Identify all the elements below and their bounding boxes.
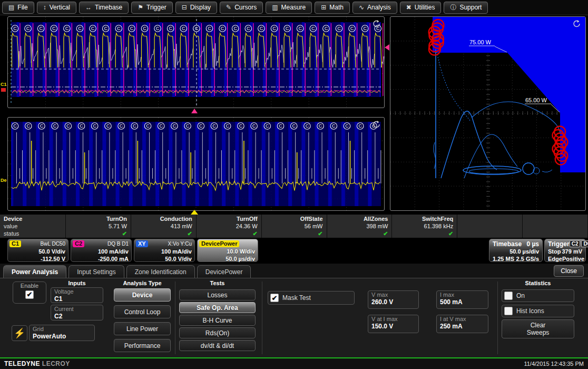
inputs-header: Inputs: [60, 280, 94, 286]
svg-text:C: C: [306, 123, 309, 129]
tab-power-analysis[interactable]: Power Analysis: [3, 265, 66, 278]
menu-measure[interactable]: ▥Measure: [266, 2, 312, 14]
hist-icons-label: Hist Icons: [516, 307, 544, 315]
svg-text:C: C: [13, 26, 17, 31]
b-h-curve-button[interactable]: B-H Curve: [179, 315, 256, 326]
clear-sweeps-button[interactable]: Clear Sweeps: [502, 319, 574, 338]
svg-text:C: C: [358, 123, 362, 129]
c2-descriptor[interactable]: C2 DQ B D1 100 mA/div -250.00 mA: [71, 239, 132, 262]
cursor-marker[interactable]: [191, 109, 198, 113]
statistics-header: Statistics: [502, 280, 574, 286]
xy-descriptor[interactable]: XY X:Vo Y:Cu 100 mA/div 50.0 V/div: [134, 239, 195, 262]
measure-col-conduction[interactable]: Conduction413 mW✔: [131, 215, 197, 238]
c2-scale: 100 mA/div: [73, 248, 129, 255]
tab-devicepower[interactable]: DevicePower: [197, 265, 251, 278]
device-button[interactable]: Device: [114, 288, 171, 302]
i-at-v-max-field[interactable]: I at V max250 mA: [436, 315, 488, 333]
measure-col-offstate[interactable]: OffState56 mW✔: [262, 215, 327, 238]
waveform-panel-bottom[interactable]: C C C C C C C C C C C C C C C C C C C C: [7, 117, 385, 211]
waveform-panel-top[interactable]: C C C C C C C C C C C C C C C C C C C C: [7, 16, 385, 108]
line-power-button[interactable]: Line Power: [114, 322, 171, 335]
enable-checkbox[interactable]: ✔: [25, 290, 34, 299]
trigger-source-badge: C2: [570, 240, 581, 247]
tab-zone-identification[interactable]: Zone Identification: [126, 265, 195, 278]
c1-info: BwL DC50: [41, 241, 65, 247]
c1-descriptor[interactable]: C1 BwL DC50 50.0 V/div -112.50 V: [7, 239, 68, 262]
menu-analysis[interactable]: ∿Analysis: [352, 2, 397, 14]
enable-control[interactable]: Enable ✔: [13, 281, 46, 304]
menu-utilities[interactable]: ✖Utilities: [400, 2, 442, 14]
measure-col-turnon[interactable]: TurnOn5.71 W✔: [66, 215, 131, 238]
xy-scale-x: 100 mA/div: [136, 248, 192, 255]
hist-icons-control[interactable]: ✔ Hist Icons: [502, 305, 574, 317]
tab-input-settings[interactable]: Input Settings: [68, 265, 124, 278]
mask-test-control[interactable]: ✔ Mask Test: [268, 291, 355, 305]
losses-button[interactable]: Losses: [179, 289, 256, 300]
svg-text:C: C: [260, 26, 263, 31]
measure-col-turnoff[interactable]: TurnOff24.36 W✔: [197, 215, 262, 238]
mask-test-checkbox[interactable]: ✔: [270, 294, 279, 302]
mask-label-lower: 65.00 W: [525, 97, 547, 103]
svg-text:C: C: [169, 26, 172, 31]
menu-trigger[interactable]: ⚑Trigger: [131, 2, 172, 14]
menu-math[interactable]: ⊞Math: [315, 2, 350, 14]
safe-op-area-button[interactable]: Safe Op. Area: [179, 302, 256, 313]
svg-text:C: C: [212, 123, 216, 129]
timebase-box[interactable]: Timebase 0 µs 50.0 µs/div 1.25 MS 2.5 GS…: [489, 239, 543, 262]
svg-text:C: C: [345, 123, 349, 129]
grid-field[interactable]: Grid PowerAuto: [29, 325, 95, 341]
v-max-field[interactable]: V max260.0 V: [368, 290, 419, 309]
c1-offset: -112.50 V: [9, 255, 65, 263]
menu-support[interactable]: ⓘSupport: [444, 2, 488, 14]
divider: [497, 281, 498, 354]
c2-ground-marker: [1, 88, 6, 92]
trigger-box[interactable]: Trigger C2 DC Stop 379 mV Edge Positive: [544, 239, 586, 262]
svg-text:C: C: [266, 123, 269, 129]
brand-logo: TELEDYNE LECROY: [4, 360, 70, 367]
c1-badge: C1: [9, 240, 21, 247]
dv-dt-di-dt-button[interactable]: dv/dt & di/dt: [179, 340, 256, 351]
measure-icon: ▥: [272, 4, 278, 11]
current-source-field[interactable]: Current C2: [51, 305, 103, 321]
performance-button[interactable]: Performance: [114, 339, 171, 352]
menu-vertical[interactable]: ↕Vertical: [37, 2, 76, 14]
trigger-icon: ⚑: [138, 4, 143, 11]
c2-badge: C2: [73, 240, 84, 247]
trigger-level-arrow[interactable]: [385, 44, 389, 51]
trigger-slope: Positive: [562, 255, 584, 263]
hist-icons-checkbox[interactable]: ✔: [504, 307, 513, 315]
xy-soa-panel[interactable]: 75.00 W 65.00 W: [390, 16, 586, 211]
i-max-field[interactable]: I max500 mA: [436, 290, 488, 309]
svg-text:C: C: [319, 123, 322, 129]
svg-text:C: C: [159, 123, 163, 129]
c2-info: DQ B D1: [107, 241, 129, 247]
measure-col-allzones[interactable]: AllZones398 mW✔: [327, 215, 393, 238]
support-icon: ⓘ: [450, 3, 456, 12]
v-at-i-max-field[interactable]: V at I max150.0 V: [368, 315, 419, 333]
svg-text:C: C: [66, 123, 70, 129]
datetime: 11/4/2015 12:43:35 PM: [524, 361, 584, 367]
statistics-on-control[interactable]: ✔ On: [502, 289, 574, 302]
trigger-coupling-badge: DC: [581, 240, 588, 247]
menu-display[interactable]: ⊟Display: [175, 2, 217, 14]
voltage-source-field[interactable]: Voltage C1: [51, 287, 103, 303]
trigger-position-marker[interactable]: [191, 210, 198, 215]
svg-text:C: C: [133, 123, 136, 129]
trigger-type: Edge: [548, 255, 562, 263]
measure-col-switchfreq[interactable]: SwitchFreq61.398 kHz✔: [392, 215, 457, 238]
menu-timebase[interactable]: ↔Timebase: [79, 2, 129, 14]
rds-on-button[interactable]: Rds(On): [179, 327, 256, 338]
statistics-on-checkbox[interactable]: ✔: [504, 292, 513, 300]
timebase-samples: 1.25 MS: [493, 255, 514, 263]
control-loop-button[interactable]: Control Loop: [114, 305, 171, 318]
devicepower-descriptor[interactable]: DevicePower 10.0 W/div 50.0 µs/div: [197, 239, 258, 262]
xy-info: X:Vo Y:Cu: [168, 241, 192, 247]
grid-label: Grid: [33, 326, 91, 333]
menu-cursors[interactable]: ✎Cursors: [220, 2, 263, 14]
menu-file[interactable]: ▤File: [2, 2, 34, 14]
close-button[interactable]: Close: [554, 265, 584, 277]
svg-text:C: C: [26, 26, 30, 31]
devicepower-timebase: 50.0 µs/div: [199, 255, 255, 263]
svg-text:C: C: [13, 123, 17, 129]
svg-text:C: C: [143, 26, 146, 31]
